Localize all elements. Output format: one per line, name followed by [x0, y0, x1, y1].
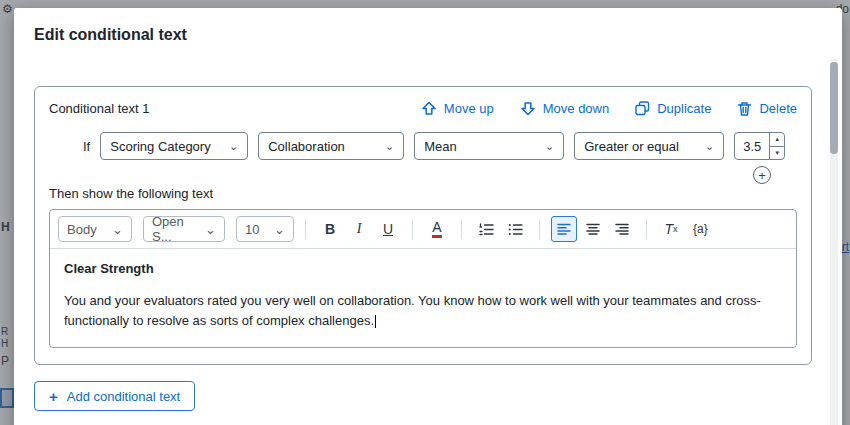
modal-scrollbar-thumb[interactable] [830, 62, 838, 154]
editor-content[interactable]: Clear Strength You and your evaluators r… [50, 249, 796, 347]
clear-formatting-button[interactable]: Tx [658, 216, 684, 242]
chevron-down-icon: ⌄ [274, 222, 285, 237]
threshold-spinner: ▲ ▼ [769, 133, 784, 159]
condition-field-value: Scoring Category [110, 139, 210, 154]
piped-text-button[interactable]: {a} [687, 216, 714, 242]
modal-title: Edit conditional text [14, 8, 842, 46]
trash-icon [737, 101, 752, 116]
move-up-button[interactable]: Move up [421, 101, 494, 116]
delete-label: Delete [759, 101, 797, 116]
duplicate-label: Duplicate [657, 101, 711, 116]
editor-toolbar: Body ⌄ Open S... ⌄ 10 ⌄ B I U A [50, 210, 796, 249]
editor-heading: Clear Strength [64, 261, 782, 276]
toolbar-separator [305, 219, 306, 239]
align-center-button[interactable] [580, 216, 606, 242]
underline-glyph: U [383, 221, 393, 237]
condition-category-value: Collaboration [268, 139, 345, 154]
align-left-button[interactable] [551, 216, 577, 242]
condition-row: If Scoring Category ⌄ Collaboration ⌄ Me… [49, 132, 797, 160]
move-down-label: Move down [543, 101, 609, 116]
align-right-button[interactable] [609, 216, 635, 242]
move-down-button[interactable]: Move down [520, 101, 609, 116]
chevron-down-icon: ⌄ [545, 141, 554, 152]
conditional-text-title: Conditional text 1 [49, 101, 149, 116]
condition-operator-value: Greater or equal [584, 139, 679, 154]
threshold-input[interactable]: 3.5 ▲ ▼ [734, 132, 785, 160]
duplicate-button[interactable]: Duplicate [635, 101, 711, 116]
text-color-glyph: A [432, 220, 441, 238]
condition-field-select[interactable]: Scoring Category ⌄ [100, 132, 248, 160]
chevron-down-icon: ⌄ [229, 141, 238, 152]
font-family-select[interactable]: Open S... ⌄ [143, 216, 225, 242]
font-size-select[interactable]: 10 ⌄ [236, 216, 294, 242]
chevron-down-icon: ⌄ [705, 141, 714, 152]
clear-formatting-glyph: T [664, 221, 673, 237]
spinner-down-button[interactable]: ▼ [770, 146, 784, 160]
italic-button[interactable]: I [346, 216, 372, 242]
conditional-text-panel: Conditional text 1 Move up [34, 86, 812, 365]
toolbar-separator [412, 219, 413, 239]
duplicate-icon [635, 101, 650, 116]
then-show-label: Then show the following text [49, 186, 797, 201]
condition-metric-value: Mean [424, 139, 457, 154]
delete-button[interactable]: Delete [737, 101, 797, 116]
editor-paragraph: You and your evaluators rated you very w… [64, 291, 782, 331]
paragraph-style-value: Body [67, 222, 97, 237]
ordered-list-button[interactable] [473, 216, 499, 242]
toolbar-separator [539, 219, 540, 239]
editor-paragraph-text: You and your evaluators rated you very w… [64, 293, 761, 328]
rich-text-editor: Body ⌄ Open S... ⌄ 10 ⌄ B I U A [49, 209, 797, 348]
chevron-down-icon: ⌄ [112, 222, 123, 237]
chevron-down-icon: ⌄ [205, 222, 216, 237]
panel-header: Conditional text 1 Move up [49, 101, 797, 116]
edit-conditional-text-modal: Edit conditional text Conditional text 1… [14, 8, 842, 425]
condition-metric-select[interactable]: Mean ⌄ [414, 132, 564, 160]
underline-button[interactable]: U [375, 216, 401, 242]
text-color-button[interactable]: A [424, 216, 450, 242]
bold-button[interactable]: B [317, 216, 343, 242]
panel-actions: Move up Move down [421, 101, 797, 116]
add-conditional-text-label: Add conditional text [67, 389, 180, 404]
plus-icon: + [49, 389, 58, 404]
condition-operator-select[interactable]: Greater or equal ⌄ [574, 132, 724, 160]
move-up-icon [421, 101, 437, 116]
add-conditional-text-button[interactable]: + Add conditional text [34, 381, 195, 411]
plus-row: + [49, 166, 771, 184]
chevron-down-icon: ⌄ [385, 141, 394, 152]
condition-category-select[interactable]: Collaboration ⌄ [258, 132, 404, 160]
if-label: If [83, 139, 90, 154]
bullet-list-button[interactable] [502, 216, 528, 242]
toolbar-separator [646, 219, 647, 239]
font-size-value: 10 [245, 222, 259, 237]
move-up-label: Move up [444, 101, 494, 116]
paragraph-style-select[interactable]: Body ⌄ [58, 216, 132, 242]
toolbar-separator [461, 219, 462, 239]
move-down-icon [520, 101, 536, 116]
add-condition-button[interactable]: + [753, 166, 771, 184]
clear-formatting-sub: x [673, 224, 678, 234]
font-family-value: Open S... [152, 214, 205, 244]
spinner-up-button[interactable]: ▲ [770, 133, 784, 146]
threshold-value: 3.5 [735, 133, 769, 159]
text-cursor [375, 315, 376, 328]
